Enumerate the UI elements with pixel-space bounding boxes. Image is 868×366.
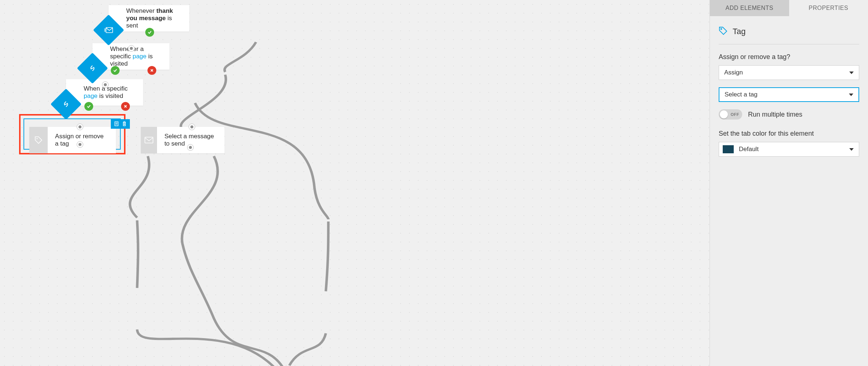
selection-toolbar [111, 119, 130, 129]
label-action: Assign or remove a tag? [719, 53, 859, 61]
label-color: Set the tab color for this element [719, 130, 859, 138]
workflow-canvas[interactable]: Whenever thank you message is sent Whene… [0, 0, 710, 366]
connector-port[interactable] [187, 144, 194, 151]
connector-port[interactable] [128, 45, 135, 52]
select-action[interactable]: Assign [719, 65, 859, 80]
outcome-yes-icon[interactable] [111, 66, 120, 75]
connector-port[interactable] [102, 81, 109, 88]
tab-add-elements[interactable]: ADD ELEMENTS [710, 0, 789, 16]
outcome-yes-icon[interactable] [145, 28, 154, 37]
connector-port[interactable] [77, 124, 83, 130]
panel-title: Tag [733, 27, 745, 36]
tab-properties[interactable]: PROPERTIES [789, 0, 868, 16]
toggle-knob [720, 110, 728, 118]
select-action-value: Assign [724, 69, 743, 76]
select-tag[interactable]: Select a tag [719, 87, 859, 102]
sidebar: ADD ELEMENTS PROPERTIES Tag Assign or re… [710, 0, 868, 366]
node-action-assign-tag[interactable]: Assign or remove a tag [29, 127, 116, 153]
caret-down-icon [849, 72, 854, 74]
tag-icon [719, 26, 727, 37]
mail-icon [141, 127, 157, 153]
node-action-select-message[interactable]: Select a message to send [141, 127, 225, 153]
sidebar-tabs: ADD ELEMENTS PROPERTIES [710, 0, 868, 16]
duplicate-button[interactable] [113, 120, 120, 128]
properties-panel: Tag Assign or remove a tag? Assign Selec… [710, 16, 868, 167]
outcome-no-icon[interactable] [121, 102, 130, 111]
node-trigger-message-sent[interactable]: Whenever thank you message is sent [109, 5, 189, 32]
svg-point-4 [721, 28, 722, 29]
select-color-value: Default [739, 146, 759, 153]
toggle-state: OFF [731, 112, 740, 117]
svg-point-2 [37, 138, 38, 139]
tag-icon [29, 127, 48, 153]
outcome-yes-icon[interactable] [84, 102, 93, 111]
connector-port[interactable] [77, 141, 83, 148]
select-tag-placeholder: Select a tag [725, 91, 758, 98]
connector-port[interactable] [189, 124, 195, 130]
svg-rect-3 [145, 137, 153, 143]
delete-button[interactable] [121, 120, 128, 128]
color-swatch [723, 145, 734, 153]
toggle-label: Run multiple times [748, 111, 802, 118]
node-text: Whenever thank you message is sent [126, 7, 182, 29]
caret-down-icon [849, 148, 854, 151]
node-text: Whenever a specific page is visited [110, 45, 162, 67]
outcome-no-icon[interactable] [147, 66, 156, 75]
toggle-run-multiple[interactable]: OFF [719, 109, 742, 120]
node-text: When a specific page is visited [84, 85, 136, 100]
caret-down-icon [849, 94, 853, 96]
select-color[interactable]: Default [719, 142, 859, 157]
